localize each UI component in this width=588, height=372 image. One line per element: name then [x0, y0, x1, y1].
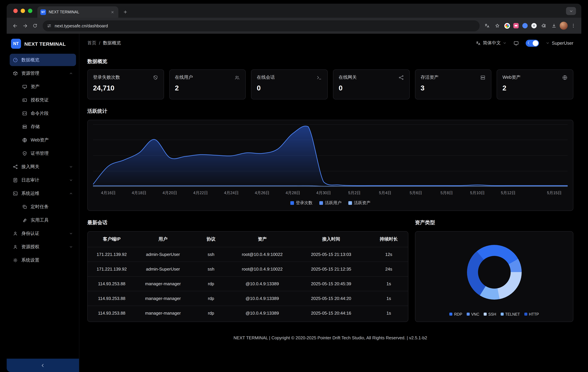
- extensions-puzzle-icon[interactable]: [539, 21, 548, 30]
- table-cell: 24s: [369, 267, 408, 272]
- table-cell: manager-manager: [136, 311, 190, 316]
- table-row[interactable]: 171.221.139.92admin-SuperUsersshroot@10.…: [88, 262, 408, 276]
- breadcrumb: 首页 / 数据概览: [87, 40, 121, 46]
- tune-icon: [47, 23, 52, 28]
- donut-legend-item-rdp[interactable]: RDP: [450, 312, 462, 316]
- sidebar-item-assets[interactable]: 资产: [10, 80, 76, 93]
- table-cell: 1s: [369, 281, 408, 286]
- zoom-window-button[interactable]: [28, 9, 32, 13]
- svg-text:4月16日: 4月16日: [101, 190, 116, 195]
- table-cell: admin-SuperUser: [136, 267, 190, 272]
- table-cell: manager-manager: [136, 281, 190, 286]
- extension-blue-icon[interactable]: [521, 22, 529, 30]
- brand: NT NEXT TERMINAL: [7, 34, 79, 52]
- svg-text:5月6日: 5月6日: [410, 190, 422, 195]
- display-mode-button[interactable]: [514, 40, 519, 46]
- footer-text: NEXT TERMINAL | Copyright © 2020-2025 Po…: [84, 322, 577, 350]
- column-header: 持续时长: [369, 236, 408, 242]
- donut-legend-item-http[interactable]: HTTP: [524, 312, 539, 316]
- column-header: 协议: [190, 236, 232, 242]
- site-settings-icon[interactable]: [47, 23, 52, 28]
- table-row[interactable]: 114.93.253.88manager-managerrdp@10.0.4.9…: [88, 276, 408, 291]
- user-menu[interactable]: SuperUser: [546, 41, 573, 45]
- address-bar[interactable]: next.typesafe.cn/dashboard: [43, 20, 480, 31]
- tab-list-button[interactable]: [566, 7, 576, 15]
- translate-icon[interactable]: [482, 21, 492, 30]
- legend-item-1[interactable]: 活跃用户: [319, 200, 342, 206]
- donut-legend-item-vnc[interactable]: VNC: [466, 312, 479, 316]
- donut-legend-item-telnet[interactable]: TELNET: [501, 312, 520, 316]
- profile-avatar[interactable]: [560, 22, 568, 30]
- table-cell: 114.93.253.88: [88, 296, 136, 301]
- chevdown-icon: [503, 41, 507, 45]
- sidebar-item-system-ops[interactable]: 系统运维: [10, 187, 76, 199]
- extension-google-icon[interactable]: [503, 22, 511, 30]
- extension-pink-icon[interactable]: [512, 22, 520, 30]
- donut-legend-item-ssh[interactable]: SSH: [484, 312, 496, 316]
- asset-types-donut: [467, 245, 522, 300]
- sidebar-item-web-assets[interactable]: Web资产: [10, 134, 76, 146]
- gateway-icon: [13, 164, 18, 169]
- table-cell: @10.0.4.9:13389: [232, 311, 293, 316]
- table-cell: 114.93.253.88: [88, 281, 136, 286]
- svg-text:4月28日: 4月28日: [285, 190, 300, 195]
- table-cell: manager-manager: [136, 296, 190, 301]
- theme-toggle[interactable]: ☾: [526, 40, 539, 46]
- shieldcheck-icon: [22, 151, 27, 156]
- svg-text:5月2日: 5月2日: [348, 190, 361, 195]
- back-button[interactable]: [10, 21, 20, 31]
- chevdown-icon: [69, 231, 73, 235]
- stat-value: 3: [420, 84, 486, 92]
- sessions-title: 最新会话: [87, 219, 408, 226]
- table-cell: ssh: [190, 252, 232, 257]
- reload-button[interactable]: [30, 21, 40, 31]
- legend-item-0[interactable]: 登录次数: [290, 200, 313, 206]
- sidebar-item-resource-management[interactable]: 资源管理: [10, 67, 76, 79]
- doc-icon: [13, 177, 18, 183]
- sidebar-item-system-settings[interactable]: 系统设置: [10, 254, 76, 266]
- extension-white-icon[interactable]: [530, 22, 538, 30]
- bookmark-star-icon[interactable]: [493, 21, 502, 30]
- downloads-icon[interactable]: [549, 21, 559, 30]
- table-row[interactable]: 114.93.253.88manager-managerrdp@10.0.4.9…: [88, 291, 408, 306]
- traffic-lights: [13, 9, 32, 13]
- new-tab-button[interactable]: [121, 8, 130, 16]
- sidebar-item-resource-authorization[interactable]: 资源授权: [10, 241, 76, 253]
- sidebar-item-utilities[interactable]: 实用工具: [10, 214, 76, 226]
- sidebar-collapse-button[interactable]: [7, 359, 79, 372]
- table-row[interactable]: 171.221.139.92admin-SuperUsersshroot@10.…: [88, 247, 408, 262]
- table-row[interactable]: 114.93.253.88manager-managerrdp@10.0.4.9…: [88, 306, 408, 320]
- sidebar-item-log-audit[interactable]: 日志审计: [10, 174, 76, 186]
- close-window-button[interactable]: [13, 9, 18, 13]
- svg-text:5月15日: 5月15日: [547, 190, 562, 195]
- puzzle-icon: [541, 23, 546, 28]
- stat-label: Web资产: [503, 74, 521, 80]
- stat-value: 2: [503, 84, 568, 92]
- user-icon: [13, 244, 18, 249]
- asset-types-title: 资产类型: [415, 219, 573, 226]
- tab-close-button[interactable]: [109, 9, 115, 15]
- table-cell: root@10.0.4.9:10022: [232, 267, 293, 272]
- breadcrumb-home[interactable]: 首页: [87, 40, 96, 46]
- language-selector[interactable]: 简体中文: [476, 40, 507, 46]
- forward-button[interactable]: [20, 21, 30, 31]
- sidebar-item-access-gateway[interactable]: 接入网关: [10, 161, 76, 173]
- sidebar-item-storage[interactable]: 存储: [10, 120, 76, 133]
- shieldoff-icon: [153, 75, 158, 80]
- sidebar-item-credentials[interactable]: 授权凭证: [10, 94, 76, 106]
- sidebar-item-identity-auth[interactable]: 身份认证: [10, 227, 76, 240]
- chevron-down-icon: [546, 41, 550, 45]
- sidebar-item-command-snippets[interactable]: 命令片段: [10, 107, 76, 120]
- browser-menu-icon[interactable]: [569, 21, 578, 30]
- minimize-window-button[interactable]: [21, 9, 25, 13]
- translate-icon: [476, 41, 481, 45]
- fwd-icon: [22, 23, 28, 29]
- sessions-table: 客户端IP用户协议资产接入时间持续时长171.221.139.92admin-S…: [87, 231, 408, 322]
- legend-item-2[interactable]: 活跃资产: [348, 200, 370, 206]
- chevdown-icon: [546, 41, 550, 45]
- sidebar-item-scheduled-tasks[interactable]: 定时任务: [10, 200, 76, 213]
- sidebar-item-dashboard[interactable]: 数据概览: [10, 54, 76, 66]
- sidebar-item-certificates[interactable]: 证书管理: [10, 147, 76, 159]
- browser-tab[interactable]: NT NEXT TERMINAL: [37, 6, 118, 18]
- toggle-knob: [533, 40, 538, 46]
